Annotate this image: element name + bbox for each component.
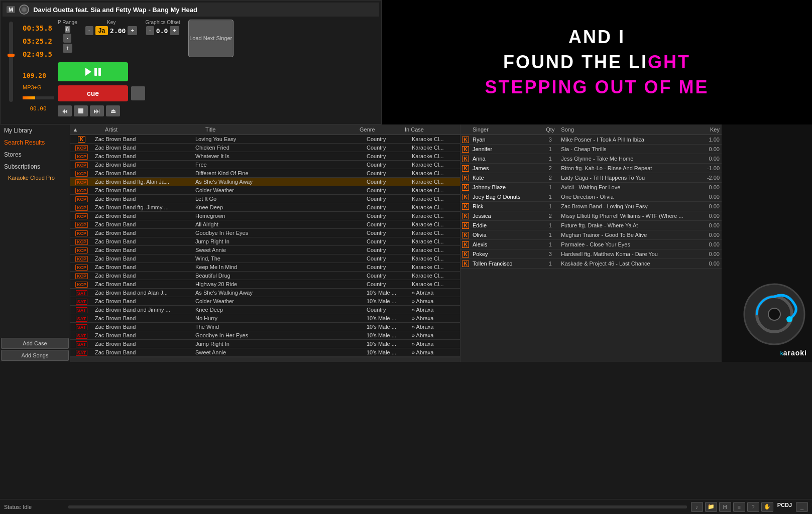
library-table-row[interactable]: KCP Zac Brown Band Sweet Annie Country K… (70, 246, 460, 254)
queue-table-row[interactable]: K Kate 2 Lady Gaga - Til It Happens To Y… (460, 173, 722, 183)
qrow-singer: Eddie (471, 222, 541, 228)
queue-table-row[interactable]: K Ryan 3 Mike Posner - I Took A Pill In … (460, 135, 722, 145)
library-table-row[interactable]: KCP Zac Brown Band ftg. Jimmy ... Knee D… (70, 203, 460, 212)
row-genre: Country (365, 255, 410, 262)
th-title[interactable]: Title (203, 126, 358, 133)
library-table-row[interactable]: SAT Zac Brown Band and Alan J... As She'… (70, 289, 460, 297)
th-genre[interactable]: Genre (358, 126, 403, 133)
status-help-btn[interactable]: ? (747, 502, 759, 512)
sidebar-item-subscriptions[interactable]: Subscriptions (0, 161, 70, 173)
queue-table-row[interactable]: K Pokey 3 Hardwell ftg. Matthew Koma - D… (460, 249, 722, 259)
add-case-button[interactable]: Add Case (1, 338, 69, 349)
offset-plus-btn[interactable]: + (170, 26, 179, 35)
library-table-row[interactable]: KCP Zac Brown Band Goodbye In Her Eyes C… (70, 229, 460, 237)
queue-table-row[interactable]: K Tollen Francisco 1 Kaskade & Project 4… (460, 259, 722, 269)
library-table-row[interactable]: SAT Zac Brown Band The Wind 10's Male ..… (70, 323, 460, 331)
key-plus-btn[interactable]: + (128, 26, 137, 35)
qrow-song: Meghan Trainor - Good To Be Alive (559, 232, 699, 238)
status-library-btn[interactable]: 📁 (705, 502, 717, 512)
library-table-row[interactable]: KCP Zac Brown Band Highway 20 Ride Count… (70, 280, 460, 289)
status-minimize-btn[interactable]: _ (796, 502, 808, 512)
load-next-singer-button[interactable]: Load Next Singer (188, 20, 234, 57)
th-incase[interactable]: In Case (403, 126, 453, 133)
add-songs-button[interactable]: Add Songs (1, 350, 69, 361)
queue-table-row[interactable]: K Anna 1 Jess Glynne - Take Me Home 0.00 (460, 154, 722, 164)
library-table-row[interactable]: KCP Zac Brown Band Homegrown Country Kar… (70, 212, 460, 220)
sidebar-item-stores[interactable]: Stores (0, 149, 70, 161)
status-hand-btn[interactable]: ✋ (761, 502, 773, 512)
mini-btn-1[interactable] (131, 86, 145, 100)
library-table-row[interactable]: K Zac Brown Band Loving You Easy Country… (70, 135, 460, 144)
row-incase: Karaoke Cl... (410, 187, 460, 193)
play-pause-button[interactable] (58, 62, 128, 81)
sidebar-item-karaoke-cloud[interactable]: Karaoke Cloud Pro (0, 173, 70, 183)
queue-table-row[interactable]: K Alexis 1 Parmalee - Close Your Eyes 0.… (460, 240, 722, 249)
status-h-btn[interactable]: H (719, 502, 731, 512)
qth-key[interactable]: Key (699, 126, 722, 133)
queue-table-body[interactable]: K Ryan 3 Mike Posner - I Took A Pill In … (460, 135, 722, 362)
badge-text: KCP (75, 247, 88, 253)
row-artist: Zac Brown Band (93, 349, 193, 355)
library-table-body[interactable]: K Zac Brown Band Loving You Easy Country… (70, 135, 460, 357)
sidebar-item-my-library[interactable]: My Library (0, 124, 70, 137)
queue-table-row[interactable]: K Joey Bag O Donuts 1 One Direction - Ol… (460, 192, 722, 202)
fast-forward-button[interactable]: ⏭ (90, 105, 104, 116)
library-table-row[interactable]: KCP Zac Brown Band Let It Go Country Kar… (70, 195, 460, 203)
library-table-row[interactable]: SAT Zac Brown Band Jump Right In 10's Ma… (70, 340, 460, 348)
queue-table-row[interactable]: K Johnny Blaze 1 Avicii - Waiting For Lo… (460, 183, 722, 192)
library-table-row[interactable]: SAT Zac Brown Band and Jimmy ... Knee De… (70, 306, 460, 314)
cue-button[interactable]: cue (58, 85, 128, 101)
library-table-row[interactable]: KCP Zac Brown Band ftg. Alan Ja... As Sh… (70, 178, 460, 186)
library-table-row[interactable]: SAT Zac Brown Band Sweet Annie 10's Male… (70, 348, 460, 357)
p-range-plus[interactable]: + (63, 44, 72, 53)
eject-button[interactable]: ⏏ (106, 105, 120, 116)
library-table-row[interactable]: SAT Zac Brown Band Colder Weather 10's M… (70, 297, 460, 306)
queue-table-row[interactable]: K Jessica 2 Missy Elliott ftg Pharrell W… (460, 211, 722, 221)
p-range-section: P Range 8 - + (58, 20, 77, 53)
qth-singer[interactable]: Singer (471, 126, 541, 133)
top-section: M David Guetta feat. Sia and Fetty Wap -… (0, 0, 812, 124)
qrow-key: 0.00 (699, 184, 722, 190)
offset-minus-btn[interactable]: - (146, 26, 154, 35)
volume-slider[interactable] (9, 22, 13, 102)
qrow-qty: 1 (541, 194, 559, 200)
qth-song[interactable]: Song (559, 126, 699, 133)
library-table-row[interactable]: KCP Zac Brown Band Whatever It Is Countr… (70, 152, 460, 161)
library-table-row[interactable]: KCP Zac Brown Band Different Kind Of Fin… (70, 169, 460, 178)
library-table-row[interactable]: KCP Zac Brown Band Beautiful Drug Countr… (70, 272, 460, 280)
th-artist[interactable]: Artist (103, 126, 203, 133)
library-table-row[interactable]: SAT Zac Brown Band Goodbye In Her Eyes 1… (70, 331, 460, 340)
row-badge: SAT (70, 332, 93, 338)
library-table-row[interactable]: KCP Zac Brown Band Keep Me In Mind Count… (70, 263, 460, 272)
library-table-row[interactable]: KCP Zac Brown Band Jump Right In Country… (70, 237, 460, 246)
qrow-badge: K (460, 203, 471, 209)
stop-button[interactable] (74, 105, 88, 116)
rewind-button[interactable]: ⏮ (58, 105, 72, 116)
row-genre: Country (365, 196, 410, 202)
library-table-row[interactable]: KCP Zac Brown Band Chicken Fried Country… (70, 144, 460, 152)
sidebar-item-search-results[interactable]: Search Results (0, 137, 70, 149)
queue-table-row[interactable]: K Olivia 1 Meghan Trainor - Good To Be A… (460, 230, 722, 240)
p-range-minus[interactable]: - (63, 34, 71, 43)
library-table-row[interactable]: SAT Zac Brown Band No Hurry 10's Male ..… (70, 314, 460, 323)
transport-row: ⏮ ⏭ ⏏ (58, 105, 378, 116)
status-list-btn[interactable]: ≡ (733, 502, 745, 512)
th-badge (80, 126, 103, 133)
row-badge: KCP (70, 213, 93, 219)
library-horiz-scroll[interactable] (70, 357, 460, 362)
th-sort[interactable]: ▲ (70, 126, 80, 133)
status-music-btn[interactable]: ♪ (691, 502, 703, 512)
badge-text: KCP (75, 273, 88, 279)
queue-table-row[interactable]: K Rick 1 Zac Brown Band - Loving You Eas… (460, 202, 722, 211)
queue-table-row[interactable]: K James 2 Riton ftg. Kah-Lo - Rinse And … (460, 164, 722, 173)
library-table-row[interactable]: KCP Zac Brown Band Free Country Karaoke … (70, 161, 460, 169)
queue-table-row[interactable]: K Jennifer 1 Sia - Cheap Thrills 0.00 (460, 145, 722, 154)
qth-qty[interactable]: Qty (541, 126, 559, 133)
progress-bar-container[interactable] (23, 96, 54, 99)
key-minus-btn[interactable]: - (85, 26, 93, 35)
qrow-song: Kaskade & Project 46 - Last Chance (559, 261, 699, 267)
queue-table-row[interactable]: K Eddie 1 Future ftg. Drake - Where Ya A… (460, 221, 722, 230)
library-table-row[interactable]: KCP Zac Brown Band All Alright Country K… (70, 220, 460, 229)
library-table-row[interactable]: KCP Zac Brown Band Colder Weather Countr… (70, 186, 460, 195)
library-table-row[interactable]: KCP Zac Brown Band Wind, The Country Kar… (70, 254, 460, 263)
